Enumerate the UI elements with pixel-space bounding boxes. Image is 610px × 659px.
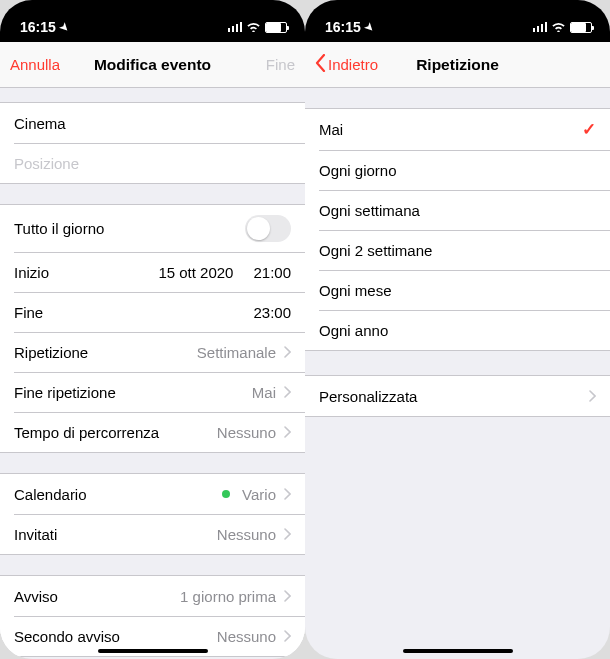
location-services-icon: ➤ [57, 20, 72, 35]
repeat-option-label: Ogni mese [319, 282, 392, 299]
repeat-value: Settimanale [197, 344, 276, 361]
repeat-option-weekly[interactable]: Ogni settimana [305, 190, 610, 230]
calendar-color-dot-icon [222, 490, 230, 498]
status-time: 16:15 [325, 19, 361, 35]
chevron-right-icon [284, 630, 291, 642]
status-bar: 16:15 ➤ [0, 0, 305, 42]
repeat-option-label: Ogni anno [319, 322, 388, 339]
cellular-signal-icon [533, 22, 548, 32]
repeat-option-yearly[interactable]: Ogni anno [305, 310, 610, 350]
start-row[interactable]: Inizio 15 ott 2020 21:00 [0, 252, 305, 292]
back-button[interactable]: Indietro [315, 54, 378, 75]
location-services-icon: ➤ [362, 20, 377, 35]
wifi-icon [246, 20, 261, 35]
chevron-right-icon [284, 386, 291, 398]
alert-value: 1 giorno prima [180, 588, 276, 605]
checkmark-icon: ✓ [582, 119, 596, 140]
repeat-custom-label: Personalizzata [319, 388, 417, 405]
event-location-input[interactable]: Posizione [0, 143, 305, 183]
repeat-row[interactable]: Ripetizione Settimanale [0, 332, 305, 372]
navbar: Indietro Ripetizione [305, 42, 610, 88]
home-indicator[interactable] [98, 649, 208, 653]
alert-label: Avviso [14, 588, 58, 605]
repeat-option-label: Ogni 2 settimane [319, 242, 432, 259]
all-day-toggle[interactable] [245, 215, 291, 242]
chevron-right-icon [284, 426, 291, 438]
event-location-placeholder: Posizione [14, 155, 79, 172]
travel-time-row[interactable]: Tempo di percorrenza Nessuno [0, 412, 305, 452]
calendar-value: Vario [242, 486, 276, 503]
repeat-option-biweekly[interactable]: Ogni 2 settimane [305, 230, 610, 270]
repeat-option-monthly[interactable]: Ogni mese [305, 270, 610, 310]
repeat-option-label: Ogni giorno [319, 162, 397, 179]
end-time: 23:00 [253, 304, 291, 321]
done-button[interactable]: Fine [266, 56, 295, 73]
battery-icon [265, 22, 287, 33]
chevron-right-icon [284, 346, 291, 358]
battery-icon [570, 22, 592, 33]
all-day-row: Tutto il giorno [0, 205, 305, 252]
repeat-end-value: Mai [252, 384, 276, 401]
repeat-label: Ripetizione [14, 344, 88, 361]
calendar-row[interactable]: Calendario Vario [0, 474, 305, 514]
travel-value: Nessuno [217, 424, 276, 441]
invitees-row[interactable]: Invitati Nessuno [0, 514, 305, 554]
cellular-signal-icon [228, 22, 243, 32]
repeat-option-label: Mai [319, 121, 343, 138]
travel-label: Tempo di percorrenza [14, 424, 159, 441]
navbar: Annulla Modifica evento Fine [0, 42, 305, 88]
chevron-right-icon [284, 488, 291, 500]
invitees-value: Nessuno [217, 526, 276, 543]
repeat-option-label: Ogni settimana [319, 202, 420, 219]
second-alert-label: Secondo avviso [14, 628, 120, 645]
repeat-option-daily[interactable]: Ogni giorno [305, 150, 610, 190]
chevron-left-icon [315, 54, 326, 75]
event-title-input[interactable]: Cinema [0, 103, 305, 143]
home-indicator[interactable] [403, 649, 513, 653]
repeat-option-never[interactable]: Mai ✓ [305, 109, 610, 150]
status-bar: 16:15 ➤ [305, 0, 610, 42]
invitees-label: Invitati [14, 526, 57, 543]
status-time: 16:15 [20, 19, 56, 35]
chevron-right-icon [284, 528, 291, 540]
repeat-end-row[interactable]: Fine ripetizione Mai [0, 372, 305, 412]
start-label: Inizio [14, 264, 49, 281]
all-day-label: Tutto il giorno [14, 220, 104, 237]
wifi-icon [551, 20, 566, 35]
start-date: 15 ott 2020 [158, 264, 233, 281]
repeat-end-label: Fine ripetizione [14, 384, 116, 401]
event-title-value: Cinema [14, 115, 66, 132]
screen-edit-event: 16:15 ➤ Annulla Modifica evento Fine Cin… [0, 0, 305, 659]
second-alert-value: Nessuno [217, 628, 276, 645]
cancel-button[interactable]: Annulla [10, 56, 60, 73]
chevron-right-icon [284, 590, 291, 602]
end-row[interactable]: Fine 23:00 [0, 292, 305, 332]
end-label: Fine [14, 304, 43, 321]
chevron-right-icon [589, 390, 596, 402]
screen-repeat: 16:15 ➤ Indietro Ripetizione Mai ✓ Ogni … [305, 0, 610, 659]
repeat-option-custom[interactable]: Personalizzata [305, 376, 610, 416]
start-time: 21:00 [253, 264, 291, 281]
alert-row[interactable]: Avviso 1 giorno prima [0, 576, 305, 616]
back-label: Indietro [328, 56, 378, 73]
calendar-label: Calendario [14, 486, 87, 503]
